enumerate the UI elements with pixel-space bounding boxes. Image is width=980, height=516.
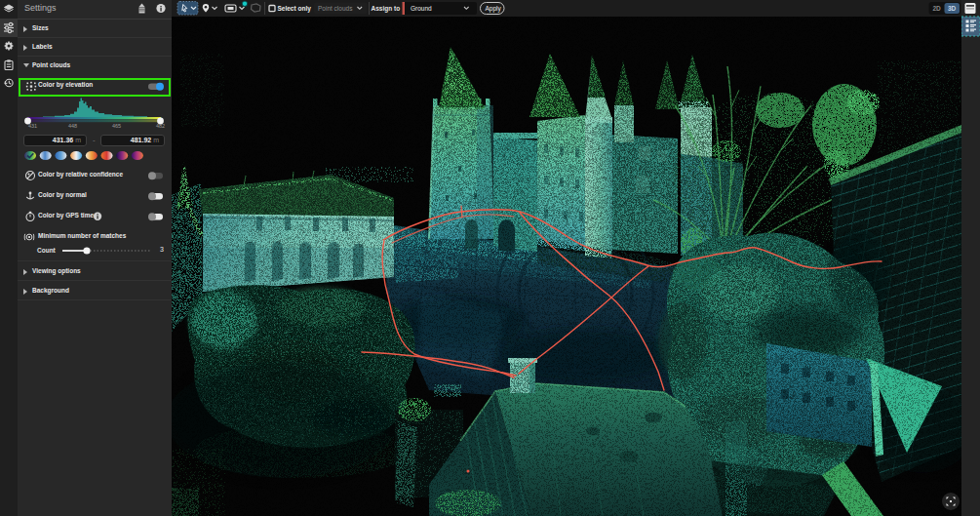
svg-text:Assign to: Assign to bbox=[372, 5, 401, 13]
svg-text:Point clouds: Point clouds bbox=[318, 5, 353, 12]
svg-text:Ground: Ground bbox=[411, 5, 432, 12]
svg-text:3D: 3D bbox=[948, 5, 957, 12]
svg-text:Select only: Select only bbox=[278, 5, 312, 13]
svg-text:Apply: Apply bbox=[486, 5, 502, 13]
svg-text:2D: 2D bbox=[933, 5, 942, 12]
